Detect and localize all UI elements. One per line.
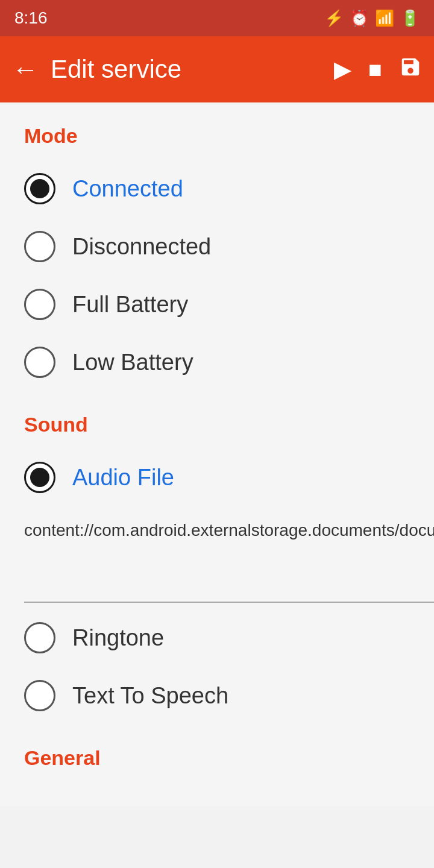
play-button[interactable]: ▶ xyxy=(334,56,351,83)
back-button[interactable]: ← xyxy=(12,54,39,84)
mode-section-label: Mode xyxy=(0,102,434,160)
mode-low-battery-label: Low Battery xyxy=(72,350,193,376)
app-bar-actions: ▶ ■ xyxy=(334,55,422,84)
battery-icon: 🔋 xyxy=(400,9,420,28)
sound-tts-label: Text To Speech xyxy=(72,683,228,709)
sound-audio-file-radio[interactable] xyxy=(24,462,55,493)
sound-audio-file-label: Audio File xyxy=(72,465,174,491)
signal-icon: 📶 xyxy=(375,9,394,28)
mode-disconnected-radio[interactable] xyxy=(24,231,55,262)
content: Mode Connected Disconnected Full Battery… xyxy=(0,102,434,806)
sound-ringtone-label: Ringtone xyxy=(72,625,164,651)
sound-ringtone-radio[interactable] xyxy=(24,622,55,653)
charging-icon: ⚡ xyxy=(324,9,344,28)
sound-ringtone-option[interactable]: Ringtone xyxy=(0,609,434,667)
alarm-icon: ⏰ xyxy=(350,9,369,28)
mode-connected-label: Connected xyxy=(72,176,183,202)
file-path-text: content://com.android.externalstorage.do… xyxy=(24,518,434,603)
general-section-label: General xyxy=(0,725,434,782)
sound-tts-radio[interactable] xyxy=(24,680,55,711)
mode-disconnected-label: Disconnected xyxy=(72,234,211,260)
save-button[interactable] xyxy=(399,55,422,84)
status-time: 8:16 xyxy=(14,8,48,28)
sound-audio-file-option[interactable]: Audio File xyxy=(0,448,434,506)
mode-full-battery-radio[interactable] xyxy=(24,289,55,320)
app-bar-title: Edit service xyxy=(51,55,334,84)
mode-connected-radio[interactable] xyxy=(24,173,55,204)
mode-disconnected-option[interactable]: Disconnected xyxy=(0,218,434,275)
mode-low-battery-radio[interactable] xyxy=(24,347,55,378)
mode-connected-option[interactable]: Connected xyxy=(0,160,434,218)
app-bar: ← Edit service ▶ ■ xyxy=(0,36,434,102)
mode-full-battery-label: Full Battery xyxy=(72,292,188,318)
stop-button[interactable]: ■ xyxy=(368,57,382,83)
status-bar: 8:16 ⚡ ⏰ 📶 🔋 xyxy=(0,0,434,36)
mode-full-battery-option[interactable]: Full Battery xyxy=(0,275,434,333)
status-icons: ⚡ ⏰ 📶 🔋 xyxy=(324,9,420,28)
audio-file-area: content://com.android.externalstorage.do… xyxy=(0,506,434,609)
sound-section-label: Sound xyxy=(0,391,434,448)
sound-tts-option[interactable]: Text To Speech xyxy=(0,667,434,725)
mode-low-battery-option[interactable]: Low Battery xyxy=(0,333,434,391)
